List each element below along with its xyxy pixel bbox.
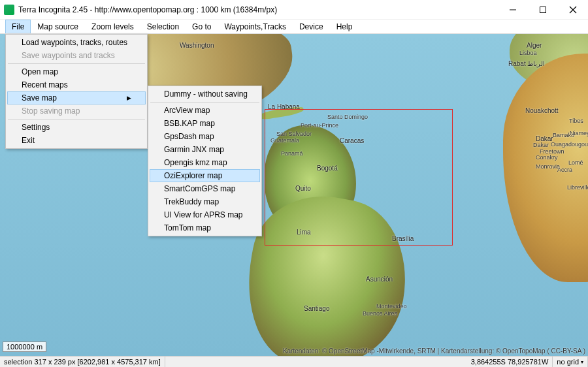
- map-place-label: Dakar: [533, 142, 549, 148]
- scale-bar: 1000000 m: [3, 342, 46, 352]
- chevron-right-icon: ▶: [127, 95, 131, 101]
- maximize-button[interactable]: [528, 0, 558, 20]
- file-menu-item[interactable]: Save map▶: [7, 91, 146, 104]
- svg-rect-1: [540, 7, 546, 12]
- menu-zoom-levels[interactable]: Zoom levels: [85, 20, 140, 33]
- map-place-label: Montevideo: [376, 303, 407, 310]
- map-place-label: Alger: [527, 42, 542, 49]
- map-place-label: Accra: [557, 167, 572, 173]
- file-menu-dropdown[interactable]: Load waypoints, tracks, routesSave waypo…: [5, 34, 148, 149]
- minimize-button[interactable]: [498, 0, 528, 20]
- menu-go-to[interactable]: Go to: [186, 20, 218, 33]
- save-submenu-item[interactable]: OziExplorer map: [150, 169, 260, 182]
- save-submenu-item[interactable]: GpsDash map: [150, 130, 260, 143]
- map-place-label: Lisboa: [519, 50, 537, 56]
- menu-waypoints-tracks[interactable]: Waypoints,Tracks: [218, 20, 292, 33]
- map-place-label: Conakry: [536, 154, 558, 161]
- file-menu-item: Stop saving map: [7, 104, 146, 118]
- menu-bar: FileMap sourceZoom levelsSelectionGo toW…: [0, 20, 588, 34]
- map-attribution: Kartendaten: © OpenStreetMap -Mitwirkend…: [283, 347, 585, 355]
- status-selection: selection 317 x 239 px [6202,981 x 4575,…: [0, 357, 165, 367]
- save-submenu-item[interactable]: SmartComGPS map: [150, 182, 260, 195]
- menu-device[interactable]: Device: [293, 20, 330, 33]
- menu-help[interactable]: Help: [330, 20, 359, 33]
- file-menu-item: Save waypoints and tracks: [7, 49, 146, 62]
- title-bar: Terra Incognita 2.45 - http://www.opento…: [0, 0, 588, 20]
- save-submenu-item[interactable]: Opengis kmz map: [150, 156, 260, 169]
- app-icon: [4, 5, 14, 15]
- menu-file[interactable]: File: [5, 20, 31, 33]
- status-grid-selector[interactable]: no grid ▾: [553, 357, 588, 367]
- file-menu-item[interactable]: Settings: [7, 121, 146, 134]
- close-button[interactable]: [558, 0, 588, 20]
- window-controls: [498, 0, 588, 20]
- chevron-down-icon: ▾: [581, 359, 583, 365]
- file-menu-item[interactable]: Recent maps: [7, 78, 146, 91]
- map-place-label: Buenos Aires: [363, 310, 397, 317]
- window-title: Terra Incognita 2.45 - http://www.opento…: [18, 5, 498, 14]
- map-place-label: Freetown: [540, 148, 564, 155]
- map-place-label: Washington: [180, 42, 214, 49]
- map-place-label: Tibes: [569, 118, 583, 124]
- save-submenu-item[interactable]: TrekBuddy map: [150, 195, 260, 208]
- menu-selection[interactable]: Selection: [140, 20, 186, 33]
- file-menu-item[interactable]: Open map: [7, 65, 146, 78]
- save-map-submenu[interactable]: Dummy - without savingArcView mapBSB.KAP…: [148, 86, 262, 236]
- map-place-label: Lomé: [568, 159, 583, 166]
- save-submenu-item[interactable]: BSB.KAP map: [150, 117, 260, 130]
- status-grid-label: no grid: [557, 358, 579, 366]
- map-place-label: Libreville: [567, 184, 588, 191]
- save-submenu-item[interactable]: ArcView map: [150, 104, 260, 117]
- save-submenu-item[interactable]: UI View for APRS map: [150, 208, 260, 221]
- file-menu-item[interactable]: Load waypoints, tracks, routes: [7, 36, 146, 49]
- file-menu-item[interactable]: Exit: [7, 134, 146, 147]
- map-place-label: Monrovia: [536, 163, 560, 170]
- menu-map-source[interactable]: Map source: [31, 20, 85, 33]
- map-place-label: Santiago: [304, 305, 329, 312]
- status-bar: selection 317 x 239 px [6202,981 x 4575,…: [0, 356, 588, 367]
- map-place-label: Nouakchott: [525, 107, 559, 114]
- save-submenu-item[interactable]: Dummy - without saving: [150, 88, 260, 101]
- map-place-label: Niamey: [570, 130, 588, 136]
- map-place-label: Rabat الرباط: [508, 60, 545, 67]
- map-place-label: Asunción: [366, 276, 393, 283]
- save-submenu-item[interactable]: Garmin JNX map: [150, 143, 260, 156]
- selection-rectangle[interactable]: [265, 109, 453, 246]
- save-submenu-item[interactable]: TomTom map: [150, 221, 260, 234]
- map-place-label: Ouagadougou: [551, 141, 588, 148]
- status-coords: 3,864255S 78,925781W: [467, 357, 553, 367]
